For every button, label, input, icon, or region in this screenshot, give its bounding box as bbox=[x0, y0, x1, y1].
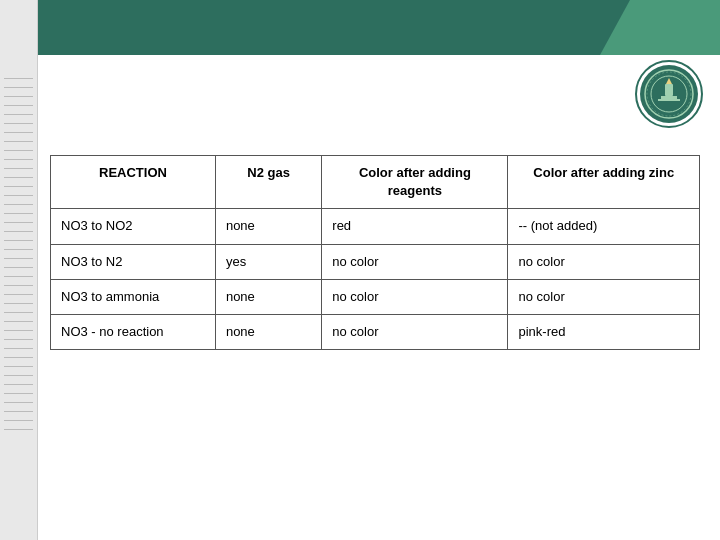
sidebar-line bbox=[4, 177, 33, 178]
sidebar bbox=[0, 0, 38, 540]
sidebar-line bbox=[4, 159, 33, 160]
sidebar-line bbox=[4, 87, 33, 88]
cell-n2gas-2: none bbox=[215, 279, 321, 314]
sidebar-line bbox=[4, 312, 33, 313]
sidebar-line bbox=[4, 303, 33, 304]
cell-color_reagents-2: no color bbox=[322, 279, 508, 314]
sidebar-line bbox=[4, 357, 33, 358]
header-accent bbox=[600, 0, 720, 55]
table-row: NO3 to NO2nonered-- (not added) bbox=[51, 209, 700, 244]
sidebar-line bbox=[4, 258, 33, 259]
cell-reaction-2: NO3 to ammonia bbox=[51, 279, 216, 314]
logo-inner bbox=[640, 65, 698, 123]
cell-color_reagents-1: no color bbox=[322, 244, 508, 279]
table-row: NO3 to N2yesno colorno color bbox=[51, 244, 700, 279]
sidebar-line bbox=[4, 195, 33, 196]
sidebar-line bbox=[4, 267, 33, 268]
col-header-reaction: REACTION bbox=[51, 156, 216, 209]
sidebar-line bbox=[4, 114, 33, 115]
svg-rect-5 bbox=[658, 99, 680, 101]
sidebar-line bbox=[4, 276, 33, 277]
sidebar-line bbox=[4, 168, 33, 169]
svg-marker-3 bbox=[666, 78, 672, 84]
sidebar-line bbox=[4, 78, 33, 79]
sidebar-line bbox=[4, 330, 33, 331]
sidebar-line bbox=[4, 321, 33, 322]
sidebar-line bbox=[4, 294, 33, 295]
cell-color_zinc-0: -- (not added) bbox=[508, 209, 700, 244]
logo-icon bbox=[643, 68, 695, 120]
cell-color_zinc-2: no color bbox=[508, 279, 700, 314]
sidebar-line bbox=[4, 375, 33, 376]
col-header-n2gas: N2 gas bbox=[215, 156, 321, 209]
data-table: REACTION N2 gas Color after adding reage… bbox=[50, 155, 700, 350]
cell-reaction-0: NO3 to NO2 bbox=[51, 209, 216, 244]
cell-color_zinc-3: pink-red bbox=[508, 314, 700, 349]
sidebar-line bbox=[4, 96, 33, 97]
cell-n2gas-3: none bbox=[215, 314, 321, 349]
sidebar-line bbox=[4, 231, 33, 232]
sidebar-line bbox=[4, 240, 33, 241]
col-header-color-reagents: Color after adding reagents bbox=[322, 156, 508, 209]
sidebar-line bbox=[4, 285, 33, 286]
cell-reaction-3: NO3 - no reaction bbox=[51, 314, 216, 349]
cell-reaction-1: NO3 to N2 bbox=[51, 244, 216, 279]
sidebar-line bbox=[4, 420, 33, 421]
sidebar-line bbox=[4, 402, 33, 403]
sidebar-line bbox=[4, 132, 33, 133]
sidebar-line bbox=[4, 348, 33, 349]
sidebar-line bbox=[4, 186, 33, 187]
sidebar-line bbox=[4, 411, 33, 412]
table-row: NO3 - no reactionnoneno colorpink-red bbox=[51, 314, 700, 349]
sidebar-line bbox=[4, 339, 33, 340]
header-bar bbox=[0, 0, 720, 55]
logo-circle bbox=[635, 60, 703, 128]
sidebar-line bbox=[4, 249, 33, 250]
sidebar-line bbox=[4, 222, 33, 223]
sidebar-line bbox=[4, 150, 33, 151]
svg-rect-4 bbox=[661, 96, 677, 99]
sidebar-line bbox=[4, 213, 33, 214]
cell-n2gas-1: yes bbox=[215, 244, 321, 279]
sidebar-line bbox=[4, 105, 33, 106]
sidebar-line bbox=[4, 366, 33, 367]
cell-color_reagents-3: no color bbox=[322, 314, 508, 349]
logo-area bbox=[635, 60, 705, 130]
col-header-color-zinc: Color after adding zinc bbox=[508, 156, 700, 209]
sidebar-line bbox=[4, 429, 33, 430]
cell-color_zinc-1: no color bbox=[508, 244, 700, 279]
sidebar-line bbox=[4, 204, 33, 205]
cell-color_reagents-0: red bbox=[322, 209, 508, 244]
table-row: NO3 to ammonianoneno colorno color bbox=[51, 279, 700, 314]
table-header-row: REACTION N2 gas Color after adding reage… bbox=[51, 156, 700, 209]
svg-rect-2 bbox=[665, 84, 673, 96]
cell-n2gas-0: none bbox=[215, 209, 321, 244]
sidebar-line bbox=[4, 393, 33, 394]
sidebar-line bbox=[4, 123, 33, 124]
sidebar-line bbox=[4, 141, 33, 142]
sidebar-line bbox=[4, 384, 33, 385]
sidebar-lines bbox=[0, 0, 37, 430]
